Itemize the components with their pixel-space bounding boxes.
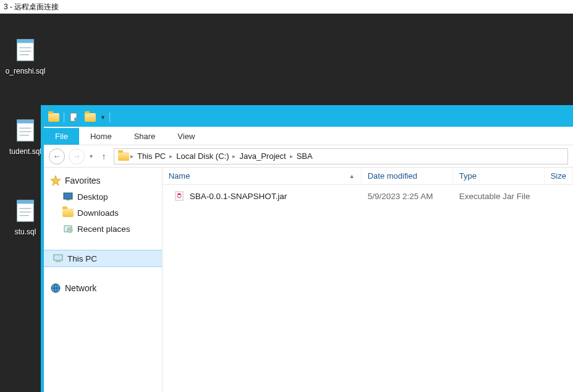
jar-file-icon [174, 190, 185, 202]
svg-rect-19 [66, 199, 70, 200]
nav-recent[interactable]: Recent places [44, 221, 162, 237]
nav-favorites[interactable]: Favorites [44, 173, 162, 189]
chevron-right-icon: ▸ [129, 153, 135, 160]
notepad-file-icon [11, 116, 40, 145]
nav-label: Network [65, 283, 96, 293]
file-name: SBA-0.0.1-SNAPSHOT.jar [190, 192, 287, 201]
svg-point-16 [74, 117, 78, 121]
back-button[interactable]: ← [49, 148, 65, 164]
content-pane: Name ▲ Date modified Type Size [163, 168, 573, 392]
desktop-icon-label: o_renshi.sql [0, 67, 51, 75]
svg-rect-11 [17, 200, 34, 204]
address-bar[interactable]: ▸ This PC ▸ Local Disk (C:) ▸ Java_Proje… [114, 148, 568, 164]
recent-icon [62, 223, 74, 234]
svg-rect-6 [17, 120, 34, 124]
quick-access-toolbar: ▼ [44, 108, 573, 127]
star-icon [50, 175, 61, 186]
folder-icon[interactable] [48, 111, 60, 124]
breadcrumb[interactable]: This PC [135, 151, 168, 161]
nav-desktop[interactable]: Desktop [44, 189, 162, 205]
column-header-name[interactable]: Name ▲ [163, 168, 362, 184]
column-label: Type [459, 171, 477, 181]
column-header-date[interactable]: Date modified [362, 168, 453, 184]
file-type: Executable Jar File [453, 192, 545, 201]
desktop: o_renshi.sql tudent.sql stu.sql ▼ File H… [0, 14, 573, 392]
nav-thispc[interactable]: This PC [44, 250, 162, 266]
column-header-size[interactable]: Size [545, 168, 573, 184]
chevron-right-icon: ▸ [231, 153, 237, 160]
separator [64, 113, 64, 122]
file-date: 5/9/2023 2:25 AM [362, 192, 453, 201]
svg-rect-18 [64, 193, 72, 199]
rdp-titlebar: 3 - 远程桌面连接 [0, 0, 573, 14]
desktop-icon [62, 191, 74, 202]
sort-asc-icon: ▲ [349, 173, 355, 179]
properties-icon[interactable] [68, 111, 80, 124]
svg-rect-22 [54, 255, 62, 260]
list-item[interactable]: SBA-0.0.1-SNAPSHOT.jar 5/9/2023 2:25 AM … [163, 187, 573, 205]
svg-point-26 [177, 194, 181, 195]
nav-network[interactable]: Network [44, 280, 162, 296]
tab-home[interactable]: Home [79, 128, 123, 145]
column-label: Date modified [368, 171, 417, 181]
navigation-pane: Favorites Desktop Downloads Recent [44, 168, 163, 392]
tab-view[interactable]: View [166, 128, 206, 145]
history-dropdown-icon[interactable]: ▾ [88, 153, 94, 160]
file-list: SBA-0.0.1-SNAPSHOT.jar 5/9/2023 2:25 AM … [163, 185, 573, 392]
nav-label: Downloads [77, 208, 119, 218]
nav-label: Recent places [77, 224, 130, 234]
svg-rect-1 [17, 40, 34, 43]
svg-marker-17 [51, 176, 61, 185]
breadcrumb[interactable]: SBA [294, 151, 315, 161]
notepad-file-icon [11, 36, 40, 64]
downloads-icon [62, 207, 74, 218]
separator [109, 113, 110, 122]
chevron-right-icon: ▸ [168, 153, 174, 160]
tab-file[interactable]: File [44, 128, 79, 145]
nav-label: Desktop [77, 192, 108, 202]
ribbon-tabs: File Home Share View [44, 127, 573, 145]
breadcrumb[interactable]: Java_Project [237, 151, 288, 161]
column-label: Name [169, 171, 190, 181]
column-header-type[interactable]: Type [453, 168, 545, 184]
chevron-down-icon[interactable]: ▼ [100, 114, 106, 121]
explorer-window: ▼ File Home Share View ← → ▾ ↑ ▸ This PC… [41, 105, 573, 392]
nav-bar: ← → ▾ ↑ ▸ This PC ▸ Local Disk (C:) ▸ Ja… [44, 145, 573, 168]
up-button[interactable]: ↑ [98, 150, 110, 163]
notepad-file-icon [11, 197, 40, 225]
nav-label: Favorites [65, 176, 101, 185]
nav-downloads[interactable]: Downloads [44, 205, 162, 221]
nav-label: This PC [67, 254, 97, 263]
desktop-icon-renshi[interactable]: o_renshi.sql [0, 36, 51, 75]
tab-share[interactable]: Share [123, 128, 167, 145]
breadcrumb[interactable]: Local Disk (C:) [174, 151, 231, 161]
svg-rect-23 [56, 261, 61, 262]
network-icon [50, 283, 61, 294]
folder-icon [118, 151, 129, 162]
list-header: Name ▲ Date modified Type Size [163, 168, 573, 185]
computer-icon [53, 253, 64, 264]
chevron-right-icon: ▸ [289, 153, 294, 160]
forward-button[interactable]: → [69, 148, 85, 164]
svg-rect-25 [176, 192, 183, 200]
column-label: Size [551, 171, 566, 181]
explorer-body: Favorites Desktop Downloads Recent [44, 168, 573, 392]
rdp-title: 3 - 远程桌面连接 [4, 2, 59, 12]
new-folder-icon[interactable] [84, 111, 96, 124]
